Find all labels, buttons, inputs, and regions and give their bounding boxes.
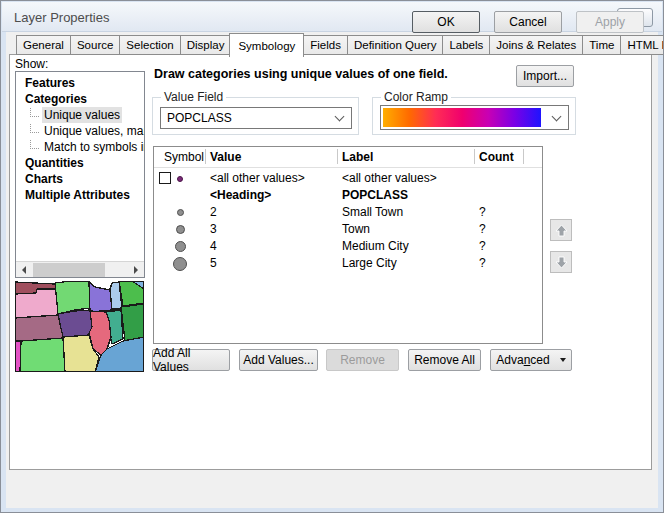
table-row[interactable]: 5Large City? xyxy=(154,255,542,272)
dialog-title: Layer Properties xyxy=(14,10,109,25)
tree-connector-icon xyxy=(30,108,39,117)
row-label: Medium City xyxy=(342,239,409,253)
tab-fields[interactable]: Fields xyxy=(303,35,347,55)
tab-time[interactable]: Time xyxy=(582,35,620,55)
scroll-left-icon xyxy=(22,266,26,274)
advanced-button-label: Advanced xyxy=(496,353,549,367)
column-header-value: Value xyxy=(210,150,241,164)
value-field-combobox[interactable]: POPCLASS xyxy=(160,107,352,129)
value-field-group: Value Field POPCLASS xyxy=(152,97,359,135)
tree-item-multiple-attributes[interactable]: Multiple Attributes xyxy=(16,187,144,203)
tree-item-label: Unique values xyxy=(42,107,122,123)
tree-item-label: Match to symbols in a xyxy=(42,139,145,155)
tree-item-label: Charts xyxy=(23,171,65,187)
show-label: Show: xyxy=(15,57,48,71)
table-row[interactable]: 2Small Town? xyxy=(154,204,542,221)
up-arrow-icon xyxy=(555,224,568,237)
column-header-label: Label xyxy=(342,150,373,164)
color-ramp-combobox[interactable] xyxy=(380,105,569,130)
table-header: SymbolValueLabelCount xyxy=(154,147,542,168)
apply-button-label: Apply xyxy=(595,15,625,29)
row-value: <all other values> xyxy=(210,171,305,185)
column-header-symbol: Symbol xyxy=(164,150,204,164)
tab-symbology[interactable]: Symbology xyxy=(229,33,304,57)
chevron-down-icon xyxy=(552,112,562,122)
down-arrow-icon xyxy=(555,256,568,269)
scroll-left-button[interactable] xyxy=(16,262,32,278)
row-label: <all other values> xyxy=(342,171,437,185)
tree-item-features[interactable]: Features xyxy=(16,75,144,91)
row-label: POPCLASS xyxy=(342,188,408,202)
tab-bar: GeneralSourceSelectionDisplaySymbologyFi… xyxy=(16,34,664,55)
scroll-right-icon xyxy=(134,266,138,274)
advanced-button[interactable]: Advanced xyxy=(490,349,572,371)
tab-joins-relates[interactable]: Joins & Relates xyxy=(489,35,582,55)
column-header-count: Count xyxy=(479,150,514,164)
row-value: 5 xyxy=(210,256,217,270)
tree-item-unique-values[interactable]: Unique values xyxy=(16,107,144,123)
row-count: ? xyxy=(479,205,486,219)
row-checkbox[interactable] xyxy=(159,172,171,184)
tree-item-label: Categories xyxy=(23,91,89,107)
tree-item-label: Quantities xyxy=(23,155,86,171)
move-up-button[interactable] xyxy=(550,219,572,241)
tree-item-label: Multiple Attributes xyxy=(23,187,132,203)
tree-item-categories[interactable]: Categories xyxy=(16,91,144,107)
tree-connector-icon xyxy=(30,140,39,149)
tab-html-popup[interactable]: HTML Popup xyxy=(620,35,664,55)
table-row[interactable]: <all other values><all other values> xyxy=(154,170,542,187)
add-values-button-label: Add Values... xyxy=(243,353,314,367)
cancel-button[interactable]: Cancel xyxy=(494,11,562,33)
color-ramp-group: Color Ramp xyxy=(372,97,576,135)
remove-all-button-label: Remove All xyxy=(414,353,475,367)
row-label: Large City xyxy=(342,256,397,270)
row-value: 2 xyxy=(210,205,217,219)
header-separator xyxy=(205,149,206,164)
symbol-dot[interactable] xyxy=(173,257,187,271)
category-method-description: Draw categories using unique values of o… xyxy=(154,67,448,81)
symbol-dot[interactable] xyxy=(177,176,183,182)
scroll-right-button[interactable] xyxy=(128,262,144,278)
tab-selection[interactable]: Selection xyxy=(119,35,179,55)
tab-labels[interactable]: Labels xyxy=(442,35,489,55)
show-tree: FeaturesCategoriesUnique valuesUnique va… xyxy=(15,71,145,278)
tree-item-unique-values-many[interactable]: Unique values, many xyxy=(16,123,144,139)
row-value: 3 xyxy=(210,222,217,236)
footer xyxy=(6,471,658,508)
remove-button: Remove xyxy=(326,349,399,371)
ok-button[interactable]: OK xyxy=(412,11,480,33)
tree-connector-icon xyxy=(30,124,39,133)
remove-all-button[interactable]: Remove All xyxy=(408,349,481,371)
layer-properties-dialog: Layer Properties ✕ GeneralSourceSelectio… xyxy=(0,0,664,513)
tree-item-match-to-symbols-in-a[interactable]: Match to symbols in a xyxy=(16,139,144,155)
tab-source[interactable]: Source xyxy=(70,35,119,55)
tree-item-charts[interactable]: Charts xyxy=(16,171,144,187)
header-separator xyxy=(474,149,475,164)
symbol-dot[interactable] xyxy=(175,241,186,252)
apply-button: Apply xyxy=(576,11,644,33)
move-down-button[interactable] xyxy=(550,251,572,273)
tree-horizontal-scrollbar[interactable] xyxy=(16,261,144,277)
import-button[interactable]: Import... xyxy=(516,65,574,87)
tree-item-label: Features xyxy=(23,75,77,91)
scrollbar-thumb[interactable] xyxy=(33,263,105,277)
ok-button-label: OK xyxy=(437,15,454,29)
tab-display[interactable]: Display xyxy=(180,35,231,55)
add-values-button[interactable]: Add Values... xyxy=(239,349,318,371)
table-row[interactable]: <Heading>POPCLASS xyxy=(154,187,542,204)
table-row[interactable]: 3Town? xyxy=(154,221,542,238)
symbol-dot[interactable] xyxy=(176,225,185,234)
value-field-group-label: Value Field xyxy=(161,90,226,104)
tree-item-quantities[interactable]: Quantities xyxy=(16,155,144,171)
table-row[interactable]: 4Medium City? xyxy=(154,238,542,255)
chevron-down-icon xyxy=(335,112,345,122)
titlebar: Layer Properties ✕ xyxy=(2,2,662,32)
row-label: Town xyxy=(342,222,370,236)
symbol-dot[interactable] xyxy=(177,209,184,216)
row-value: <Heading> xyxy=(210,188,271,202)
add-all-values-button[interactable]: Add All Values xyxy=(152,349,230,371)
tab-general[interactable]: General xyxy=(16,35,70,55)
tab-definition-query[interactable]: Definition Query xyxy=(347,35,442,55)
color-ramp-gradient xyxy=(383,108,541,127)
row-value: 4 xyxy=(210,239,217,253)
